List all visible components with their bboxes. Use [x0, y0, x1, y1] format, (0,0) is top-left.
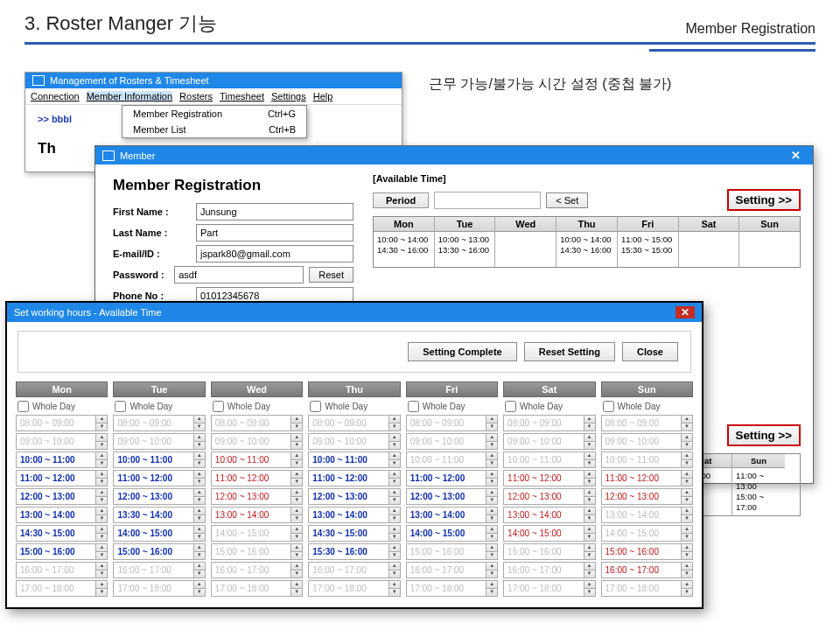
time-slot[interactable]: 12:00 ~ 13:00▲▼ [16, 488, 108, 505]
time-slot[interactable]: 09:00 ~ 10:00▲▼ [406, 433, 498, 450]
time-slot[interactable]: 16:00 ~ 17:00▲▼ [16, 562, 108, 578]
time-slot[interactable]: 14:00 ~ 15:00▲▼ [601, 525, 693, 542]
time-slot[interactable]: 09:00 ~ 10:00▲▼ [503, 433, 595, 450]
spinner-icon[interactable]: ▲▼ [388, 526, 400, 541]
time-slot[interactable]: 16:00 ~ 17:00▲▼ [113, 562, 205, 578]
time-slot[interactable]: 14:00 ~ 15:00▲▼ [406, 525, 498, 542]
spinner-icon[interactable]: ▲▼ [388, 471, 400, 486]
spinner-icon[interactable]: ▲▼ [486, 452, 497, 467]
spinner-icon[interactable]: ▲▼ [584, 489, 595, 504]
time-slot[interactable]: 10:00 ~ 11:00▲▼ [406, 452, 498, 468]
spinner-icon[interactable]: ▲▼ [388, 563, 400, 578]
titlebar-set-working-hours[interactable]: Set working hours - Available Time ✕ [7, 303, 702, 322]
spinner-icon[interactable]: ▲▼ [95, 416, 107, 430]
time-slot[interactable]: 12:00 ~ 13:00▲▼ [308, 488, 400, 505]
first-name-input[interactable] [196, 203, 354, 220]
time-slot[interactable]: 09:00 ~ 10:00▲▼ [601, 433, 693, 450]
menu-rosters[interactable]: Rosters [179, 91, 213, 102]
whole-day-input[interactable] [505, 401, 516, 412]
password-input[interactable] [174, 266, 304, 284]
time-slot[interactable]: 15:00 ~ 16:00▲▼ [113, 543, 205, 560]
menu-timesheet[interactable]: Timesheet [220, 91, 264, 102]
whole-day-checkbox-thu[interactable]: Whole Day [308, 399, 400, 415]
time-slot[interactable]: 16:00 ~ 17:00▲▼ [211, 562, 303, 578]
time-slot[interactable]: 09:00 ~ 10:00▲▼ [308, 433, 400, 450]
spinner-icon[interactable]: ▲▼ [584, 526, 595, 541]
reset-button[interactable]: Reset [309, 267, 354, 283]
time-slot[interactable]: 08:00 ~ 09:00▲▼ [503, 415, 595, 431]
whole-day-checkbox-sat[interactable]: Whole Day [503, 399, 595, 415]
menu-member-information[interactable]: Member Information [87, 91, 172, 102]
spinner-icon[interactable]: ▲▼ [584, 452, 595, 467]
spinner-icon[interactable]: ▲▼ [388, 452, 400, 467]
time-slot[interactable]: 11:00 ~ 12:00▲▼ [601, 470, 693, 486]
spinner-icon[interactable]: ▲▼ [681, 563, 692, 578]
spinner-icon[interactable]: ▲▼ [95, 581, 107, 596]
menu-connection[interactable]: Connection [31, 91, 80, 102]
titlebar-management[interactable]: Management of Rosters & Timesheet [25, 73, 402, 88]
spinner-icon[interactable]: ▲▼ [681, 434, 692, 449]
time-slot[interactable]: 16:00 ~ 17:00▲▼ [406, 562, 498, 578]
time-slot[interactable]: 11:00 ~ 12:00▲▼ [308, 470, 400, 486]
time-slot[interactable]: 14:00 ~ 15:00▲▼ [503, 525, 595, 542]
setting-button[interactable]: Setting >> [727, 189, 801, 211]
whole-day-input[interactable] [18, 401, 29, 412]
time-slot[interactable]: 12:00 ~ 13:00▲▼ [211, 488, 303, 505]
spinner-icon[interactable]: ▲▼ [681, 544, 692, 559]
time-slot[interactable]: 13:00 ~ 14:00▲▼ [601, 507, 693, 523]
time-slot[interactable]: 14:30 ~ 15:00▲▼ [308, 525, 400, 542]
close-icon[interactable]: ✕ [786, 149, 806, 162]
spinner-icon[interactable]: ▲▼ [193, 544, 205, 559]
whole-day-input[interactable] [408, 401, 419, 412]
set-button[interactable]: < Set [546, 192, 588, 208]
menu-help[interactable]: Help [313, 91, 333, 102]
time-slot[interactable]: 17:00 ~ 18:00▲▼ [601, 580, 693, 597]
spinner-icon[interactable]: ▲▼ [486, 434, 497, 449]
whole-day-checkbox-sun[interactable]: Whole Day [601, 399, 693, 415]
whole-day-checkbox-mon[interactable]: Whole Day [16, 399, 108, 415]
spinner-icon[interactable]: ▲▼ [290, 563, 302, 578]
time-slot[interactable]: 08:00 ~ 09:00▲▼ [308, 415, 400, 431]
time-slot[interactable]: 17:00 ~ 18:00▲▼ [113, 580, 205, 597]
whole-day-input[interactable] [213, 401, 224, 412]
time-slot[interactable]: 08:00 ~ 09:00▲▼ [601, 415, 693, 431]
time-slot[interactable]: 17:00 ~ 18:00▲▼ [16, 580, 108, 597]
spinner-icon[interactable]: ▲▼ [584, 508, 595, 522]
spinner-icon[interactable]: ▲▼ [95, 489, 107, 504]
time-slot[interactable]: 09:00 ~ 10:00▲▼ [16, 433, 108, 450]
spinner-icon[interactable]: ▲▼ [290, 544, 302, 559]
spinner-icon[interactable]: ▲▼ [388, 416, 400, 430]
time-slot[interactable]: 10:00 ~ 11:00▲▼ [308, 452, 400, 468]
spinner-icon[interactable]: ▲▼ [584, 581, 595, 596]
spinner-icon[interactable]: ▲▼ [290, 416, 302, 430]
time-slot[interactable]: 13:00 ~ 14:00▲▼ [16, 507, 108, 523]
time-slot[interactable]: 15:00 ~ 16:00▲▼ [406, 543, 498, 560]
spinner-icon[interactable]: ▲▼ [681, 508, 692, 522]
time-slot[interactable]: 12:00 ~ 13:00▲▼ [503, 488, 595, 505]
close-button[interactable]: Close [622, 342, 678, 361]
setting-button-lower[interactable]: Setting >> [727, 424, 801, 446]
spinner-icon[interactable]: ▲▼ [486, 489, 497, 504]
whole-day-input[interactable] [310, 401, 321, 412]
time-slot[interactable]: 16:00 ~ 17:00▲▼ [601, 562, 693, 578]
time-slot[interactable]: 17:00 ~ 18:00▲▼ [211, 580, 303, 597]
spinner-icon[interactable]: ▲▼ [193, 416, 205, 430]
time-slot[interactable]: 10:00 ~ 11:00▲▼ [113, 452, 205, 468]
time-slot[interactable]: 08:00 ~ 09:00▲▼ [406, 415, 498, 431]
spinner-icon[interactable]: ▲▼ [290, 489, 302, 504]
spinner-icon[interactable]: ▲▼ [290, 508, 302, 522]
spinner-icon[interactable]: ▲▼ [95, 452, 107, 467]
time-slot[interactable]: 15:00 ~ 16:00▲▼ [601, 543, 693, 560]
time-slot[interactable]: 17:00 ~ 18:00▲▼ [406, 580, 498, 597]
close-icon[interactable]: ✕ [676, 306, 695, 318]
spinner-icon[interactable]: ▲▼ [290, 526, 302, 541]
spinner-icon[interactable]: ▲▼ [681, 471, 692, 486]
spinner-icon[interactable]: ▲▼ [681, 526, 692, 541]
spinner-icon[interactable]: ▲▼ [584, 563, 595, 578]
time-slot[interactable]: 13:00 ~ 14:00▲▼ [308, 507, 400, 523]
spinner-icon[interactable]: ▲▼ [290, 581, 302, 596]
time-slot[interactable]: 09:00 ~ 10:00▲▼ [113, 433, 205, 450]
spinner-icon[interactable]: ▲▼ [95, 544, 107, 559]
time-slot[interactable]: 15:00 ~ 16:00▲▼ [503, 543, 595, 560]
spinner-icon[interactable]: ▲▼ [193, 471, 205, 486]
